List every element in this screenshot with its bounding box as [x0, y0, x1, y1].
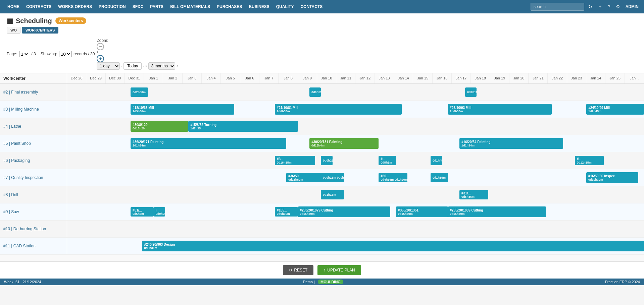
- row-content-#6: #3...0d16h35m0d0h25m#...0d5h5m0d1h45m#..…: [67, 152, 644, 169]
- date-col-12: Jan 9: [298, 73, 317, 83]
- row-label-#8: #8 | Drill: [0, 186, 67, 203]
- gantt-bar-4-3[interactable]: 0d1h45m: [431, 156, 442, 165]
- gantt-bar-5-2[interactable]: #30...0d4h15m 0d1h20m: [379, 173, 407, 182]
- date-col-25: Jan 22: [548, 73, 567, 83]
- date-label: 21/12/2024: [22, 280, 41, 284]
- date-col-16: Jan 13: [375, 73, 394, 83]
- row-link-#5[interactable]: #5 | Paint Shop: [3, 141, 31, 146]
- gantt-bar-1-1[interactable]: #21/10/81 Mill2d6h35m: [275, 104, 402, 115]
- zoom-minus-button[interactable]: −: [97, 43, 104, 50]
- view-wo-button[interactable]: WO: [7, 27, 20, 34]
- gantt-bar-2-0[interactable]: #30/8/1290d15h20m: [131, 121, 188, 132]
- row-label-#7: #7 | Quality Inspection: [0, 169, 67, 186]
- nav-production[interactable]: PRODUCTION: [95, 0, 129, 13]
- workcenter-header: Workcenter: [0, 73, 67, 83]
- settings-icon[interactable]: ⚙: [614, 4, 622, 9]
- gantt-bar-7-0[interactable]: #81/...0d5h5m: [131, 207, 154, 217]
- scheduling-icon: ▦: [7, 17, 13, 25]
- row-link-#6[interactable]: #6 | Packaging: [3, 158, 30, 163]
- date-col-15: Jan 12: [355, 73, 375, 83]
- row-link-#8[interactable]: #8 | Drill: [3, 192, 18, 197]
- gantt-bar-4-2[interactable]: #...0d5h5m: [379, 156, 396, 165]
- gantt-bar-9-0[interactable]: #240/20/963 Design8d8h30m: [142, 241, 644, 251]
- date-col-21: Jan 18: [471, 73, 490, 83]
- gantt-bar-0-0[interactable]: 0d2h50m: [131, 87, 148, 97]
- gantt-bar-5-3[interactable]: 0d1h15m: [431, 173, 448, 182]
- nav-bom[interactable]: BILL OF MATERIALS: [167, 0, 213, 13]
- gantt-bar-7-4[interactable]: #355/20/13510d15h30m: [396, 206, 448, 217]
- gantt-bar-7-3[interactable]: #283/20/1079 Cutting0d15h30m: [298, 206, 390, 217]
- next-arrow[interactable]: ›: [176, 63, 178, 69]
- nav-contracts[interactable]: CONTRACTS: [23, 0, 55, 13]
- day-zoom-select[interactable]: 1 day1 week: [97, 62, 120, 70]
- page-title: ▦ Scheduling: [7, 17, 52, 25]
- row-link-#4[interactable]: #4 | Lathe: [3, 124, 21, 129]
- row-link-#11[interactable]: #11 | CAD Station: [3, 244, 36, 248]
- gantt-bar-7-5[interactable]: #285/20/1089 Cutting0d15h30m: [448, 206, 546, 217]
- row-label-#4: #4 | Lathe: [0, 118, 67, 135]
- gantt-bar-4-1[interactable]: 0d0h25m: [321, 156, 332, 165]
- gantt-bar-1-0[interactable]: #18/10/63 Mill1d3h30m: [131, 104, 234, 115]
- workcenters-badge: Workcenters: [55, 17, 86, 24]
- gantt-bar-3-1[interactable]: #30/20/131 Painting0d15h4m: [309, 138, 379, 149]
- gantt-bar-3-0[interactable]: #36/20/171 Painting2d1h34m: [131, 138, 286, 149]
- date-col-17: Jan 14: [394, 73, 413, 83]
- records-select[interactable]: 102030: [59, 51, 71, 57]
- gantt-scrollbar[interactable]: [0, 255, 644, 261]
- help-icon[interactable]: ?: [606, 4, 612, 9]
- gantt-row: #4 | Lathe#30/8/1290d15h20m#15/8/52 Turn…: [0, 118, 644, 135]
- total-pages: / 3: [31, 52, 36, 56]
- gantt-bar-5-4[interactable]: #16/50/56 Inspec0d10h30m: [586, 172, 638, 183]
- zoom-plus-button[interactable]: +: [97, 55, 104, 62]
- status-footer: Week: 51 21/12/2024 Demo | MOULDING Frac…: [0, 279, 644, 285]
- gantt-bar-2-1[interactable]: #15/8/52 Turning1d7h35m: [188, 121, 298, 132]
- nav-home[interactable]: HOME: [4, 0, 23, 13]
- nav-purchases[interactable]: PURCHASES: [213, 0, 245, 13]
- gantt-bar-3-2[interactable]: #16/20/54 Painting1d1h34m: [459, 138, 563, 149]
- gantt-bar-0-1[interactable]: 0d0h55m: [309, 87, 321, 97]
- row-link-#7[interactable]: #7 | Quality Inspection: [3, 175, 43, 180]
- gantt-bar-7-1[interactable]: i0d0h25m: [154, 207, 165, 217]
- row-link-#9[interactable]: #9 | Saw: [3, 209, 19, 214]
- nav-contacts[interactable]: CONTACTS: [297, 0, 326, 13]
- zoom-dash2: -: [143, 64, 144, 68]
- gantt-row: #9 | Saw#81/...0d5h5mi0d0h25m#185...0d6h…: [0, 203, 644, 221]
- date-col-5: Jan 2: [163, 73, 182, 83]
- date-col-9: Jan 6: [240, 73, 259, 83]
- zoom-label: Zoom:: [97, 38, 108, 43]
- nav-sfdc[interactable]: SFDC: [129, 0, 147, 13]
- row-content-#8: 0d1h15m#31/...0d5h35m: [67, 186, 644, 203]
- gantt-bar-6-0[interactable]: 0d1h15m: [321, 190, 344, 199]
- nav-parts[interactable]: PARTS: [147, 0, 167, 13]
- row-link-#10[interactable]: #10 | De-burring Station: [3, 227, 46, 231]
- reset-button[interactable]: ↺ RESET: [283, 265, 313, 275]
- row-link-#3[interactable]: #3 | Milling Machine: [3, 107, 39, 112]
- gantt-bar-4-0[interactable]: #3...0d16h35m: [275, 156, 315, 165]
- update-icon: ↑: [324, 268, 326, 272]
- gantt-bar-1-3[interactable]: #24/10/99 Mill1d9h45m: [586, 104, 644, 115]
- gantt-bar-7-2[interactable]: #185...0d6h30m: [275, 207, 298, 217]
- gantt-row: #7 | Quality Inspection#36/50...0d13h50m…: [0, 169, 644, 186]
- update-plan-button[interactable]: ↑ UPDATE PLAN: [317, 265, 361, 275]
- add-icon[interactable]: ＋: [596, 4, 604, 10]
- months-select[interactable]: 3 months1 month6 months: [148, 62, 175, 70]
- page-select[interactable]: 123: [19, 51, 29, 57]
- admin-label[interactable]: ADMIN: [624, 4, 640, 9]
- gantt-bar-1-2[interactable]: #23/10/93 Mill2d6h35m: [448, 104, 552, 115]
- gantt-bar-0-2[interactable]: 0d2h10m: [465, 87, 477, 97]
- view-workcenters-button[interactable]: WORKCENTERS: [22, 27, 58, 34]
- prev-arrow[interactable]: ‹: [145, 63, 147, 69]
- gantt-bar-6-1[interactable]: #31/...0d5h35m: [459, 190, 488, 199]
- nav-works-orders[interactable]: WORKS ORDERS: [55, 0, 95, 13]
- row-link-#2[interactable]: #2 | Final assembly: [3, 90, 38, 95]
- gantt-bar-4-4[interactable]: #...0d12h35m: [575, 156, 604, 165]
- today-button[interactable]: Today: [123, 62, 142, 70]
- row-label-#11: #11 | CAD Station: [0, 238, 67, 254]
- date-col-1: Dec 29: [86, 73, 105, 83]
- search-input[interactable]: [531, 3, 584, 11]
- gantt-bar-5-1[interactable]: 0d0h16m 0d0h19m: [321, 173, 344, 182]
- refresh-icon[interactable]: ↻: [587, 4, 594, 9]
- row-label-#3: #3 | Milling Machine: [0, 101, 67, 118]
- nav-quality[interactable]: QUALITY: [273, 0, 297, 13]
- nav-business[interactable]: BUSINESS: [245, 0, 273, 13]
